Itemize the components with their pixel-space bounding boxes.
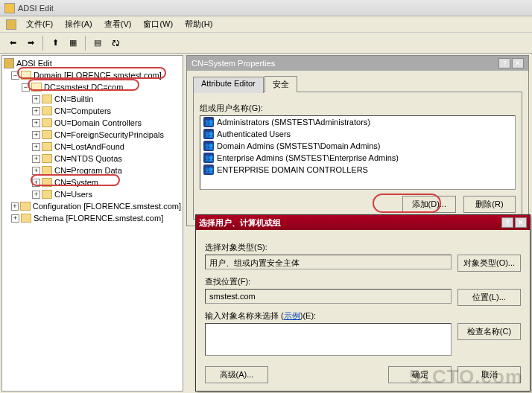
list-item[interactable]: 👥Domain Admins (SMSTEST\Domain Admins) [200, 140, 515, 152]
advanced-button[interactable]: 高级(A)... [205, 366, 268, 383]
users-listbox[interactable]: 👥Administrators (SMSTEST\Administrators)… [200, 115, 516, 190]
list-item-label: ENTERPRISE DOMAIN CONTROLLERS [217, 165, 368, 174]
tree-item-progdata[interactable]: +CN=Program Data [4, 164, 181, 176]
show-hide-tree-button[interactable]: ▦ [65, 35, 81, 51]
folder-icon [42, 154, 52, 163]
menu-file[interactable]: 文件(F) [22, 17, 57, 31]
tree-item-fsp[interactable]: +CN=ForeignSecurityPrincipals [4, 129, 181, 141]
close-button[interactable]: ✕ [512, 58, 524, 68]
properties-button[interactable]: ▤ [89, 35, 106, 51]
expand-icon[interactable]: + [32, 107, 40, 115]
forward-button[interactable]: ➡ [22, 35, 39, 51]
ok-button[interactable]: 确定 [388, 366, 452, 383]
tree-item-system[interactable]: +CN=System [4, 176, 181, 188]
list-item[interactable]: 👥ENTERPRISE DOMAIN CONTROLLERS [200, 164, 515, 176]
folder-icon [31, 83, 42, 92]
list-item[interactable]: 👥Administrators (SMSTEST\Administrators) [200, 116, 515, 128]
close-button[interactable]: ✕ [515, 217, 527, 228]
folder-icon [21, 71, 31, 80]
expand-icon[interactable]: + [32, 119, 40, 127]
tree-item-label: CN=LostAndFound [54, 142, 124, 151]
tab-strip: Attribute Editor 安全 [187, 71, 528, 92]
tree-schema-label: Schema [FLORENCE.smstest.com] [34, 214, 163, 223]
tab-content: 组或用户名称(G): 👥Administrators (SMSTEST\Admi… [193, 92, 522, 220]
help-button[interactable]: ? [498, 58, 510, 68]
location-field: smstest.com [205, 289, 452, 304]
help-button[interactable]: ? [501, 217, 513, 228]
tree-schema[interactable]: +Schema [FLORENCE.smstest.com] [4, 212, 181, 224]
menu-window[interactable]: 窗口(W) [139, 17, 177, 31]
dialog-titlebar[interactable]: 选择用户、计算机或组 ? ✕ [196, 215, 530, 230]
user-group-icon: 👥 [203, 153, 214, 163]
object-types-button[interactable]: 对象类型(O)... [457, 255, 521, 272]
app-titlebar: ADSI Edit [0, 0, 532, 16]
folder-icon [42, 166, 52, 175]
tree-item-ntds[interactable]: +CN=NTDS Quotas [4, 153, 181, 164]
expand-icon[interactable]: + [32, 95, 40, 103]
tree-domain[interactable]: −Domain [FLORENCE.smstest.com] [4, 69, 181, 81]
tree-item-builtin[interactable]: +CN=Builtin [4, 93, 181, 105]
toolbar: ⬅ ➡ ⬆ ▦ ▤ 🗘 [0, 33, 532, 54]
tree-root-label: ADSI Edit [16, 59, 52, 68]
toolbar-sep2 [85, 36, 86, 51]
tree-item-dcs[interactable]: +OU=Domain Controllers [4, 117, 181, 129]
tree-item-users[interactable]: +CN=Users [4, 188, 181, 200]
app-icon [4, 3, 15, 13]
tree-dc[interactable]: −DC=smstest,DC=com [4, 81, 181, 93]
dialog-body: 选择对象类型(S): 用户、组或内置安全主体 对象类型(O)... 查找位置(F… [196, 230, 530, 391]
app-title: ADSI Edit [18, 4, 54, 13]
menu-view[interactable]: 查看(V) [100, 17, 136, 31]
properties-title: CN=System Properties [191, 59, 275, 68]
expand-icon[interactable]: + [32, 191, 40, 199]
toolbar-sep [42, 36, 43, 51]
list-item-label: Domain Admins (SMSTEST\Domain Admins) [217, 141, 380, 150]
tab-security[interactable]: 安全 [265, 76, 297, 92]
tree-pane[interactable]: ADSI Edit −Domain [FLORENCE.smstest.com]… [1, 55, 183, 392]
folder-icon [42, 178, 52, 187]
properties-titlebar[interactable]: CN=System Properties ? ✕ [187, 56, 528, 71]
tree-config[interactable]: +Configuration [FLORENCE.smstest.com] [4, 200, 181, 212]
check-names-button[interactable]: 检查名称(C) [457, 323, 521, 340]
list-item-label: Authenticated Users [217, 130, 291, 138]
expand-icon[interactable]: + [32, 143, 40, 151]
tree-item-label: CN=System [54, 178, 98, 187]
object-names-label: 输入对象名称来选择 (示例)(E): [205, 310, 521, 322]
expand-icon[interactable]: + [11, 202, 19, 211]
tree-item-label: OU=Domain Controllers [54, 118, 142, 127]
tree-item-label: CN=NTDS Quotas [54, 154, 122, 163]
tree-item-laf[interactable]: +CN=LostAndFound [4, 141, 181, 153]
expand-icon[interactable]: + [32, 131, 40, 139]
collapse-icon[interactable]: − [11, 71, 19, 80]
expand-icon[interactable]: + [32, 167, 40, 175]
add-button[interactable]: 添加(D)... [402, 196, 456, 213]
tab-attribute-editor[interactable]: Attribute Editor [193, 77, 264, 93]
system-menu-icon[interactable] [6, 19, 16, 30]
list-item-label: Administrators (SMSTEST\Administrators) [217, 118, 370, 127]
tree-dc-label: DC=smstest,DC=com [44, 83, 123, 92]
tree-item-computers[interactable]: +CN=Computers [4, 105, 181, 117]
back-button[interactable]: ⬅ [4, 35, 21, 51]
folder-icon [42, 95, 52, 103]
expand-icon[interactable]: + [11, 214, 19, 223]
tree-domain-label: Domain [FLORENCE.smstest.com] [34, 71, 162, 80]
example-link[interactable]: 示例 [284, 311, 300, 320]
menu-action[interactable]: 操作(A) [60, 17, 97, 31]
folder-icon [42, 118, 52, 127]
menu-help[interactable]: 帮助(H) [180, 17, 217, 31]
list-item[interactable]: 👥Authenticated Users [200, 128, 515, 140]
locations-button[interactable]: 位置(L)... [457, 289, 521, 306]
tree-root[interactable]: ADSI Edit [4, 57, 181, 69]
remove-button[interactable]: 删除(R) [463, 196, 516, 213]
collapse-icon[interactable]: − [22, 83, 30, 92]
folder-icon [42, 142, 52, 151]
user-group-icon: 👥 [203, 164, 214, 175]
tree-item-label: CN=ForeignSecurityPrincipals [54, 130, 164, 139]
user-group-icon: 👥 [203, 141, 214, 151]
expand-icon[interactable]: + [32, 155, 40, 163]
refresh-button[interactable]: 🗘 [107, 35, 124, 51]
list-item[interactable]: 👥Enterprise Admins (SMSTEST\Enterprise A… [200, 152, 515, 164]
cancel-button[interactable]: 取消 [457, 366, 521, 383]
expand-icon[interactable]: + [32, 179, 40, 187]
object-names-input[interactable] [205, 323, 452, 356]
up-button[interactable]: ⬆ [47, 35, 63, 51]
